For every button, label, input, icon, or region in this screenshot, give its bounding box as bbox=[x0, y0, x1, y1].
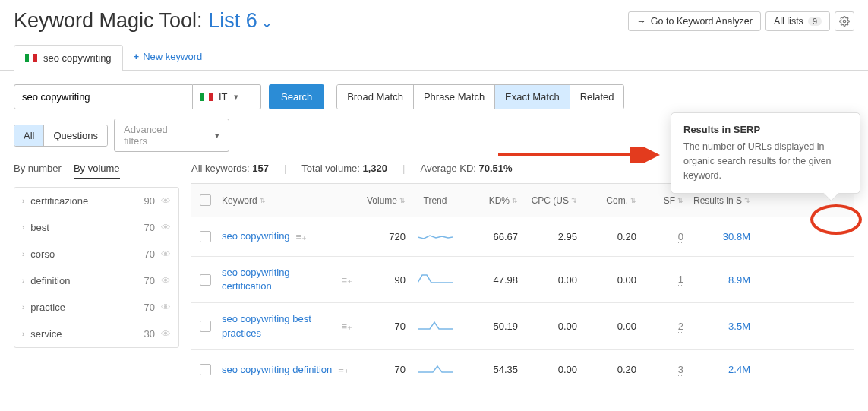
chevron-right-icon: › bbox=[22, 303, 24, 311]
new-keyword-label: New keyword bbox=[143, 51, 202, 62]
trend-sparkline bbox=[418, 319, 453, 331]
keyword-tab-label: seo copywriting bbox=[43, 52, 112, 64]
search-button[interactable]: Search bbox=[269, 84, 324, 109]
trend-sparkline bbox=[418, 273, 453, 285]
all-keywords-value: 157 bbox=[252, 163, 269, 174]
sort-by-number-tab[interactable]: By number bbox=[14, 163, 62, 179]
total-volume-label: Total volume: bbox=[301, 163, 360, 174]
kd-value: 50.19 bbox=[462, 315, 521, 338]
go-to-analyzer-button[interactable]: → Go to Keyword Analyzer bbox=[628, 11, 761, 31]
filter-questions-button[interactable]: Questions bbox=[44, 125, 107, 146]
kd-value: 47.98 bbox=[462, 268, 521, 292]
col-kd[interactable]: KD%⇅ bbox=[462, 189, 521, 212]
sf-value[interactable]: 2 bbox=[678, 321, 683, 333]
results-value[interactable]: 2.4M bbox=[728, 364, 750, 375]
chevron-down-icon: ▾ bbox=[234, 92, 238, 102]
related-button[interactable]: Related bbox=[570, 85, 624, 109]
eye-icon[interactable]: 👁 bbox=[161, 248, 171, 260]
row-checkbox[interactable] bbox=[200, 321, 211, 332]
country-select[interactable]: IT ▾ bbox=[193, 84, 261, 109]
col-cpc[interactable]: CPC (US⇅ bbox=[521, 189, 580, 212]
results-value[interactable]: 8.9M bbox=[728, 274, 750, 286]
table-row: seo copywriting definition≡₊ 70 54.35 0.… bbox=[191, 350, 854, 390]
sidebar-item[interactable]: ›best70👁 bbox=[14, 214, 178, 241]
search-input[interactable] bbox=[14, 84, 193, 109]
sidebar-item-label: definition bbox=[30, 275, 144, 286]
gear-icon bbox=[839, 16, 850, 27]
select-all-checkbox[interactable] bbox=[200, 194, 211, 206]
add-to-list-icon[interactable]: ≡₊ bbox=[338, 364, 349, 375]
results-value[interactable]: 3.5M bbox=[728, 321, 750, 332]
kd-value: 66.67 bbox=[462, 225, 521, 248]
com-value: 0.00 bbox=[580, 315, 639, 338]
volume-value: 90 bbox=[355, 268, 409, 292]
volume-value: 720 bbox=[355, 225, 409, 248]
flag-italy-icon bbox=[25, 54, 37, 62]
chevron-right-icon: › bbox=[22, 250, 24, 258]
sidebar-item[interactable]: ›certificazione90👁 bbox=[14, 188, 178, 214]
tooltip-title: Results in SERP bbox=[683, 124, 847, 135]
col-keyword[interactable]: Keyword⇅ bbox=[219, 189, 355, 212]
cpc-value: 0.00 bbox=[521, 315, 580, 338]
results-tooltip: Results in SERP The number of URLs displ… bbox=[671, 112, 860, 194]
keywords-table: Keyword⇅ Volume⇅ Trend KD%⇅ CPC (US⇅ Com… bbox=[191, 183, 854, 390]
broad-match-button[interactable]: Broad Match bbox=[337, 85, 414, 109]
sidebar-item[interactable]: ›practice70👁 bbox=[14, 294, 178, 321]
phrase-match-button[interactable]: Phrase Match bbox=[414, 85, 495, 109]
avg-kd-value: 70.51% bbox=[479, 163, 513, 174]
sort-by-volume-tab[interactable]: By volume bbox=[74, 163, 120, 179]
add-to-list-icon[interactable]: ≡₊ bbox=[296, 231, 308, 242]
go-to-analyzer-label: Go to Keyword Analyzer bbox=[651, 16, 753, 27]
sidebar-item-count: 70 bbox=[144, 302, 155, 313]
list-name-link[interactable]: List 6⌄ bbox=[208, 9, 273, 32]
all-lists-count: 9 bbox=[808, 17, 822, 26]
eye-icon[interactable]: 👁 bbox=[161, 275, 171, 286]
all-lists-button[interactable]: All lists 9 bbox=[765, 11, 830, 31]
sidebar-item[interactable]: ›corso70👁 bbox=[14, 241, 178, 267]
sf-value[interactable]: 3 bbox=[678, 364, 683, 376]
row-checkbox[interactable] bbox=[200, 364, 211, 375]
plus-icon: + bbox=[134, 51, 140, 62]
advanced-filters-dropdown[interactable]: Advanced filters ▾ bbox=[114, 119, 229, 152]
sort-icon: ⇅ bbox=[571, 197, 577, 204]
sf-value[interactable]: 1 bbox=[678, 273, 683, 286]
eye-icon[interactable]: 👁 bbox=[161, 302, 171, 313]
add-to-list-icon[interactable]: ≡₊ bbox=[341, 274, 352, 286]
keyword-link[interactable]: seo copywriting definition bbox=[222, 363, 332, 377]
eye-icon[interactable]: 👁 bbox=[161, 222, 171, 233]
sidebar-item[interactable]: ›service30👁 bbox=[14, 321, 178, 347]
keyword-tab[interactable]: seo copywriting bbox=[14, 45, 123, 71]
tooltip-body: The number of URLs displayed in organic … bbox=[683, 140, 847, 182]
eye-icon[interactable]: 👁 bbox=[161, 328, 171, 340]
match-type-group: Broad Match Phrase Match Exact Match Rel… bbox=[336, 84, 624, 109]
add-to-list-icon[interactable]: ≡₊ bbox=[341, 321, 352, 332]
keyword-link[interactable]: seo copywriting bbox=[222, 229, 290, 243]
row-checkbox[interactable] bbox=[200, 274, 211, 286]
svg-point-0 bbox=[843, 20, 846, 23]
advanced-filters-label: Advanced filters bbox=[124, 124, 192, 147]
sidebar-item-label: best bbox=[30, 222, 144, 233]
col-com[interactable]: Com.⇅ bbox=[580, 189, 639, 212]
sidebar-item-count: 90 bbox=[144, 195, 155, 207]
col-volume[interactable]: Volume⇅ bbox=[355, 189, 409, 212]
sf-value[interactable]: 0 bbox=[678, 231, 683, 243]
keyword-link[interactable]: seo copywriting certification bbox=[222, 266, 335, 293]
new-keyword-button[interactable]: + New keyword bbox=[134, 51, 203, 64]
cpc-value: 0.00 bbox=[521, 268, 580, 292]
filter-all-button[interactable]: All bbox=[14, 125, 44, 146]
results-value[interactable]: 30.8M bbox=[723, 231, 750, 242]
title-prefix: Keyword Magic Tool: bbox=[14, 9, 208, 32]
com-value: 0.20 bbox=[580, 225, 639, 248]
row-checkbox[interactable] bbox=[200, 231, 211, 242]
flag-italy-icon bbox=[200, 93, 213, 101]
cpc-value: 0.00 bbox=[521, 358, 580, 381]
settings-button[interactable] bbox=[835, 11, 854, 31]
filter-type-toggle: All Questions bbox=[14, 125, 108, 147]
exact-match-button[interactable]: Exact Match bbox=[495, 85, 570, 109]
keyword-link[interactable]: seo copywriting best practices bbox=[222, 312, 335, 340]
chevron-down-icon: ▾ bbox=[215, 131, 219, 141]
sort-icon: ⇅ bbox=[630, 197, 636, 204]
eye-icon[interactable]: 👁 bbox=[161, 195, 171, 207]
total-volume-value: 1,320 bbox=[363, 163, 388, 174]
sidebar-item[interactable]: ›definition70👁 bbox=[14, 267, 178, 294]
